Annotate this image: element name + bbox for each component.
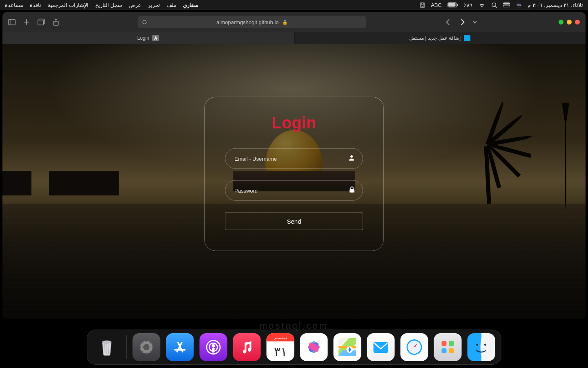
svg-point-23 [143, 344, 149, 350]
password-field-wrapper [225, 180, 363, 201]
password-field[interactable] [225, 180, 363, 201]
svg-point-18 [102, 341, 111, 343]
favicon-icon [464, 35, 470, 41]
send-button[interactable]: Send [225, 212, 363, 230]
dock-mail[interactable] [367, 333, 395, 361]
svg-rect-2 [457, 4, 458, 6]
svg-rect-13 [38, 20, 44, 25]
sidebar-toggle-icon[interactable] [8, 18, 16, 26]
lock-icon: 🔒 [282, 20, 288, 25]
menu-help[interactable]: مساعدة [5, 2, 23, 8]
new-tab-icon[interactable] [23, 18, 30, 26]
svg-line-31 [141, 351, 143, 352]
email-field-wrapper [225, 148, 363, 169]
svg-line-30 [150, 342, 152, 343]
tab-label: Login [137, 35, 149, 41]
dock-photos[interactable] [300, 333, 328, 361]
app-name[interactable]: سفاري [183, 2, 198, 8]
login-title: Login [225, 114, 363, 132]
window-controls [559, 20, 580, 25]
safari-window: almoparmgshogit.github.io 🔒 Login A [2, 12, 586, 319]
svg-point-37 [212, 344, 215, 348]
svg-line-28 [141, 342, 143, 343]
svg-rect-5 [503, 2, 510, 4]
dock-system-settings[interactable] [133, 333, 160, 361]
wifi-icon[interactable] [478, 2, 486, 8]
control-center-icon[interactable] [503, 2, 510, 7]
svg-rect-17 [350, 189, 354, 193]
battery-percent: ٪٨٩ [464, 2, 472, 8]
favicon-icon: A [152, 35, 159, 41]
tab-mostaql[interactable]: إضافة عمل جديد | مستقل [294, 32, 586, 44]
dock: ديسمبر ٣١ [87, 330, 501, 365]
dock-music[interactable] [233, 333, 261, 361]
address-url: almoparmgshogit.github.io [216, 19, 278, 25]
email-field[interactable] [225, 148, 363, 169]
login-card: Login Send [204, 97, 384, 251]
svg-rect-1 [448, 3, 456, 6]
menu-window[interactable]: نافذة [30, 2, 41, 8]
menu-view[interactable]: عرض [129, 2, 141, 8]
page-content: Login Send [2, 44, 586, 319]
svg-point-3 [492, 2, 496, 6]
menu-file[interactable]: ملف [167, 2, 176, 8]
svg-point-64 [476, 344, 478, 346]
input-source-icon[interactable]: A [420, 2, 425, 8]
maximize-button[interactable] [559, 20, 564, 25]
share-icon[interactable] [52, 18, 60, 26]
minimize-button[interactable] [567, 20, 572, 25]
dock-separator [127, 335, 127, 359]
svg-rect-60 [449, 341, 454, 346]
svg-line-4 [495, 6, 497, 8]
dock-maps[interactable] [334, 333, 361, 361]
reload-icon[interactable] [142, 19, 147, 25]
user-icon [348, 155, 355, 163]
address-bar[interactable]: almoparmgshogit.github.io 🔒 [138, 16, 366, 28]
tab-overview-icon[interactable] [38, 18, 45, 26]
dock-app-store[interactable] [166, 333, 194, 361]
close-button[interactable] [575, 20, 580, 25]
svg-rect-8 [8, 19, 15, 25]
battery-icon[interactable] [448, 2, 458, 8]
menu-edit[interactable]: تحرير [148, 2, 160, 8]
tab-bar: Login A إضافة عمل جديد | مستقل [2, 32, 586, 44]
svg-point-65 [484, 344, 486, 346]
menu-bookmarks[interactable]: الإشارات المرجعية [48, 2, 89, 8]
siri-icon[interactable] [516, 2, 522, 8]
svg-rect-61 [442, 348, 447, 353]
lock-icon [349, 186, 355, 195]
tab-login[interactable]: Login A [2, 32, 294, 44]
spotlight-icon[interactable] [491, 2, 497, 8]
dock-podcasts[interactable] [200, 333, 227, 361]
dock-safari[interactable] [401, 333, 428, 361]
menubar-datetime[interactable]: ثلاثاء، ٣١ ديسمبر، ٣:٠٦ م [528, 2, 583, 8]
menu-history[interactable]: سجل التاريخ [95, 2, 122, 8]
safari-toolbar: almoparmgshogit.github.io 🔒 [2, 12, 586, 32]
macos-menubar: سفاري ملف تحرير عرض سجل التاريخ الإشارات… [0, 0, 588, 10]
svg-point-16 [350, 155, 353, 158]
svg-rect-6 [503, 5, 510, 7]
back-icon[interactable] [445, 18, 452, 26]
svg-rect-62 [449, 348, 454, 353]
forward-icon[interactable] [459, 18, 466, 26]
tab-label: إضافة عمل جديد | مستقل [409, 35, 461, 41]
svg-line-29 [150, 351, 152, 352]
dock-finder[interactable] [468, 333, 495, 361]
dock-trash[interactable] [93, 333, 121, 361]
dock-launchpad[interactable] [434, 333, 462, 361]
calendar-month: ديسمبر [267, 333, 294, 341]
input-source-label[interactable]: ABC [431, 2, 442, 8]
downloads-icon[interactable] [472, 18, 477, 26]
calendar-day: ٣١ [274, 341, 287, 361]
svg-rect-59 [442, 341, 447, 346]
dock-calendar[interactable]: ديسمبر ٣١ [267, 333, 294, 361]
